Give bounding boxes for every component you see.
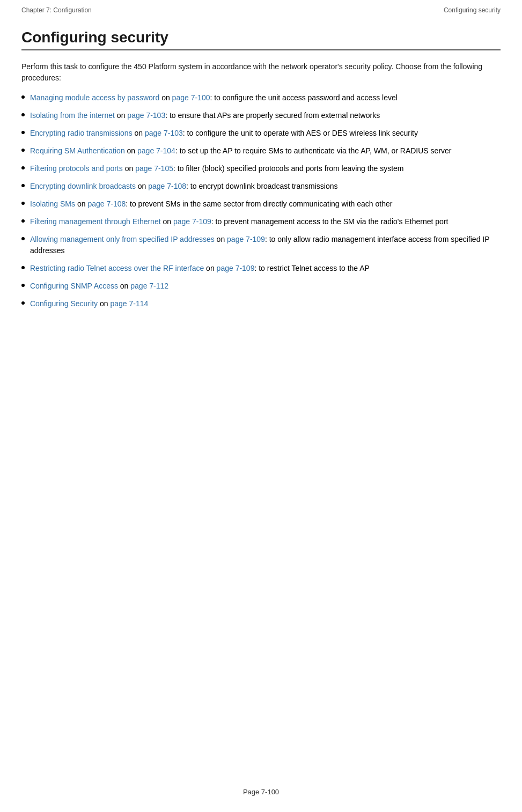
list-item-ref[interactable]: page 7-108 <box>87 200 126 208</box>
list-item-ref[interactable]: page 7-103 <box>127 111 165 120</box>
list-item-ref[interactable]: page 7-109 <box>217 264 255 272</box>
list-item-link[interactable]: Allowing management only from specified … <box>30 235 215 243</box>
list-item-ref[interactable]: page 7-104 <box>137 146 175 155</box>
header-right: Configuring security <box>444 6 501 14</box>
list-item-link[interactable]: Managing module access by password <box>30 93 159 102</box>
list-item-ref[interactable]: page 7-109 <box>173 217 211 226</box>
bullet-dot <box>21 301 25 305</box>
bullet-dot <box>21 284 25 287</box>
list-item-text: Allowing management only from specified … <box>30 234 501 256</box>
list-item-ref[interactable]: page 7-114 <box>110 299 148 308</box>
bullet-dot <box>21 131 25 134</box>
list-item: Isolating SMs on page 7-108: to prevent … <box>21 198 501 210</box>
page-number: Page 7-100 <box>243 788 279 796</box>
bullet-dot <box>21 266 25 269</box>
list-item: Requiring SM Authentication on page 7-10… <box>21 145 501 157</box>
list-item-link[interactable]: Encrypting downlink broadcasts <box>30 182 136 190</box>
list-item: Encrypting radio transmissions on page 7… <box>21 128 501 139</box>
title-section: Configuring security <box>21 29 501 50</box>
bullet-dot <box>21 202 25 205</box>
bullet-dot <box>21 237 25 240</box>
list-item-text: Isolating SMs on page 7-108: to prevent … <box>30 198 392 210</box>
title-underline <box>21 49 501 50</box>
list-item-link[interactable]: Isolating from the internet <box>30 111 115 120</box>
list-item-link[interactable]: Filtering management through Ethernet <box>30 217 161 226</box>
list-item: Encrypting downlink broadcasts on page 7… <box>21 181 501 192</box>
bullet-list: Managing module access by password on pa… <box>21 92 501 309</box>
list-item-text: Encrypting radio transmissions on page 7… <box>30 128 418 139</box>
list-item-link[interactable]: Filtering protocols and ports <box>30 164 123 173</box>
list-item-text: Requiring SM Authentication on page 7-10… <box>30 145 452 157</box>
list-item-text: Filtering management through Ethernet on… <box>30 216 448 227</box>
page-header: Chapter 7: Configuration Configuring sec… <box>21 0 501 18</box>
list-item: Filtering protocols and ports on page 7-… <box>21 163 501 174</box>
list-item-text: Managing module access by password on pa… <box>30 92 398 104</box>
list-item: Configuring SNMP Access on page 7-112 <box>21 280 501 292</box>
list-item-text: Configuring SNMP Access on page 7-112 <box>30 280 168 292</box>
header-left: Chapter 7: Configuration <box>21 6 92 14</box>
list-item: Configuring Security on page 7-114 <box>21 298 501 309</box>
intro-paragraph: Perform this task to configure the 450 P… <box>21 61 501 84</box>
list-item-ref[interactable]: page 7-103 <box>145 129 183 137</box>
list-item-ref[interactable]: page 7-109 <box>227 235 265 243</box>
list-item: Restricting radio Telnet access over the… <box>21 263 501 274</box>
list-item-link[interactable]: Configuring SNMP Access <box>30 282 118 290</box>
list-item: Managing module access by password on pa… <box>21 92 501 104</box>
list-item: Allowing management only from specified … <box>21 234 501 256</box>
list-item: Isolating from the internet on page 7-10… <box>21 110 501 121</box>
list-item-ref[interactable]: page 7-100 <box>172 93 210 102</box>
list-item-text: Encrypting downlink broadcasts on page 7… <box>30 181 338 192</box>
list-item-ref[interactable]: page 7-105 <box>135 164 173 173</box>
page-title: Configuring security <box>21 29 501 46</box>
bullet-dot <box>21 149 25 152</box>
list-item-ref[interactable]: page 7-108 <box>148 182 186 190</box>
list-item-link[interactable]: Isolating SMs <box>30 200 75 208</box>
list-item-text: Filtering protocols and ports on page 7-… <box>30 163 403 174</box>
list-item-ref[interactable]: page 7-112 <box>130 282 168 290</box>
list-item-link[interactable]: Requiring SM Authentication <box>30 146 125 155</box>
list-item-link[interactable]: Encrypting radio transmissions <box>30 129 133 137</box>
bullet-dot <box>21 219 25 223</box>
bullet-dot <box>21 166 25 169</box>
page-container: Chapter 7: Configuration Configuring sec… <box>0 0 522 812</box>
list-item: Filtering management through Ethernet on… <box>21 216 501 227</box>
bullet-dot <box>21 95 25 99</box>
bullet-dot <box>21 184 25 187</box>
list-item-text: Isolating from the internet on page 7-10… <box>30 110 380 121</box>
list-item-text: Restricting radio Telnet access over the… <box>30 263 370 274</box>
bullet-dot <box>21 113 25 116</box>
list-item-link[interactable]: Restricting radio Telnet access over the… <box>30 264 204 272</box>
list-item-link[interactable]: Configuring Security <box>30 299 98 308</box>
list-item-text: Configuring Security on page 7-114 <box>30 298 148 309</box>
